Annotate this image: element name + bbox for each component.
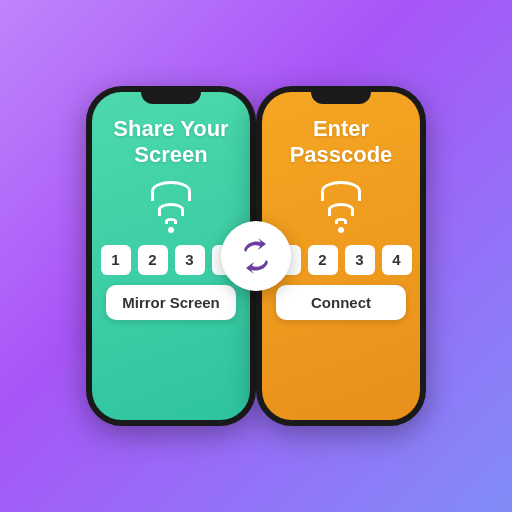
- wifi-dot-left: [168, 227, 174, 233]
- wifi-arc-small-left: [165, 218, 177, 224]
- phone-notch-right: [311, 92, 371, 104]
- wifi-arc-medium-right: [328, 203, 354, 216]
- connect-button[interactable]: Connect: [276, 285, 406, 320]
- wifi-arc-small-right: [335, 218, 347, 224]
- wifi-arc-large-right: [321, 181, 361, 201]
- wifi-arc-medium-left: [158, 203, 184, 216]
- passcode-box-right-4: 4: [382, 245, 412, 275]
- wifi-arc-large-left: [151, 181, 191, 201]
- passcode-row-right: 1 2 3 4: [271, 245, 412, 275]
- sync-arrows-icon: [236, 236, 276, 276]
- phone-notch-left: [141, 92, 201, 104]
- mirror-screen-button[interactable]: Mirror Screen: [106, 285, 236, 320]
- main-scene: Share Your Screen 1 2 3 4 Mirror Screen: [86, 86, 426, 426]
- passcode-box-right-2: 2: [308, 245, 338, 275]
- passcode-box-left-2: 2: [138, 245, 168, 275]
- passcode-box-right-3: 3: [345, 245, 375, 275]
- wifi-icon-left: [151, 181, 191, 233]
- phone-right-title: Enter Passcode: [272, 116, 410, 169]
- wifi-icon-right: [321, 181, 361, 233]
- phone-left-title: Share Your Screen: [102, 116, 240, 169]
- passcode-box-left-1: 1: [101, 245, 131, 275]
- wifi-dot-right: [338, 227, 344, 233]
- passcode-box-left-3: 3: [175, 245, 205, 275]
- sync-icon-container: [221, 221, 291, 291]
